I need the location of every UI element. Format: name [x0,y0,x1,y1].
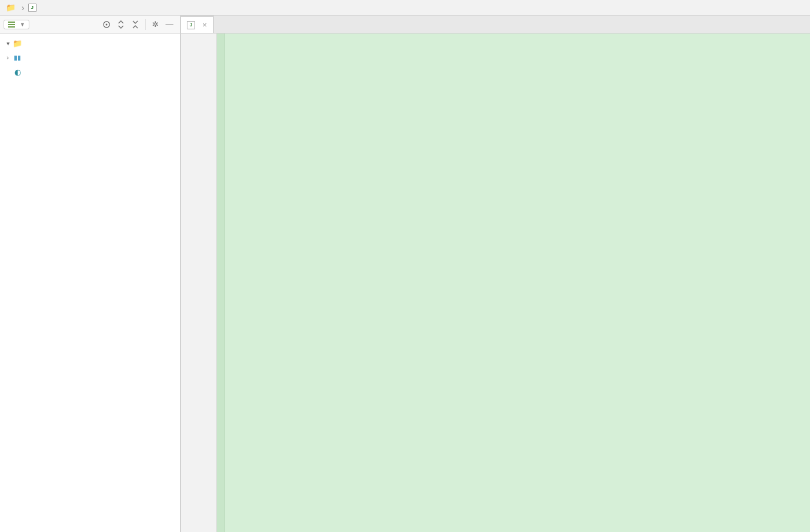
expand-all-icon[interactable] [114,17,128,32]
editor-body[interactable] [181,34,810,532]
chevron-right-icon: › [20,3,26,13]
project-view-dropdown[interactable]: ▼ [4,20,29,29]
code-area[interactable] [225,34,810,532]
json-file-icon [28,4,37,12]
hide-icon[interactable]: — [162,17,177,32]
folder-icon: 📁 [6,3,16,12]
scratches-icon: ◐ [12,68,23,77]
breadcrumb-root[interactable]: 📁 [4,3,20,12]
library-icon: ▮▮ [12,54,23,62]
project-sidebar: ▼ ✲ — ▾ 📁 › ▮▮ [0,16,181,532]
external-libraries[interactable]: › ▮▮ [0,50,180,65]
gear-icon[interactable]: ✲ [148,17,162,32]
collapse-all-icon[interactable] [128,17,142,32]
divider [145,19,145,30]
list-icon [8,22,15,28]
tab-package-json[interactable]: × [181,16,214,33]
locate-icon[interactable] [99,17,114,32]
editor-tabs: × [181,16,810,34]
chevron-right-icon[interactable]: › [4,54,12,61]
sidebar-toolbar: ▼ ✲ — [0,16,180,34]
gutter[interactable] [181,34,217,532]
breadcrumb-bar: 📁 › [0,0,810,16]
fold-column[interactable] [217,34,225,532]
breadcrumb-file[interactable] [26,4,41,12]
close-icon[interactable]: × [202,20,207,29]
json-file-icon [187,21,195,29]
folder-icon: 📁 [12,39,23,48]
scratches-consoles[interactable]: ◐ [0,65,180,79]
editor-pane: × [181,16,810,532]
svg-point-1 [106,23,108,25]
project-tree[interactable]: ▾ 📁 › ▮▮ ◐ [0,34,180,532]
chevron-down-icon[interactable]: ▾ [4,40,12,47]
tree-root[interactable]: ▾ 📁 [0,36,180,50]
chevron-down-icon: ▼ [20,22,25,28]
